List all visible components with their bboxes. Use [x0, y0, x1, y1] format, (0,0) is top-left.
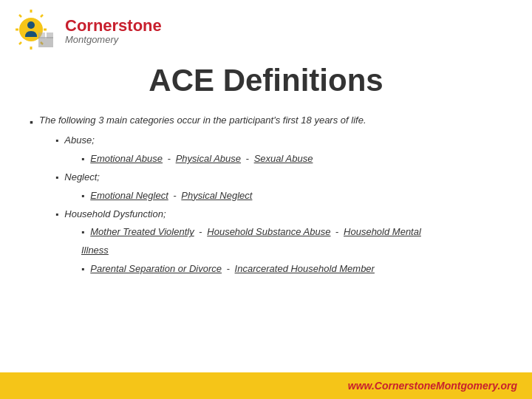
header: Cornerstone Montgomery [0, 0, 532, 59]
footer: www.CornerstoneMontgomery.org [0, 372, 532, 399]
logo-icon [15, 9, 59, 53]
neglect-sub-bullet: ▪ Emotional Neglect - Physical Neglect [22, 188, 510, 204]
sexual-abuse-link: Sexual Abuse [254, 153, 313, 164]
household-bullet: ▪ Household Dysfunction; [22, 207, 510, 222]
neglect-bullet: ▪ Neglect; [22, 170, 510, 185]
bullet-marker-abuse: ▪ [55, 134, 58, 148]
sep5: - [335, 226, 341, 237]
abuse-label: Abuse; [64, 133, 94, 149]
footer-url: www.CornerstoneMontgomery.org [348, 380, 517, 392]
intro-text: The following 3 main categories occur in… [39, 113, 366, 129]
sep4: - [199, 226, 205, 237]
svg-rect-12 [47, 33, 53, 38]
household-sub-bullet-1: ▪ Mother Treated Violently - Household S… [22, 225, 510, 240]
illness-text: Illness [81, 245, 109, 256]
svg-line-6 [41, 15, 43, 17]
abuse-bullet: ▪ Abuse; [22, 133, 510, 149]
illness-wrap: Illness [22, 243, 510, 259]
svg-rect-11 [38, 33, 45, 38]
bullet-marker-1: ▪ [30, 114, 33, 130]
logo-area: Cornerstone Montgomery [15, 9, 162, 53]
slide: Cornerstone Montgomery ACE Definitions ▪… [0, 0, 532, 399]
household-sub-bullet-2: ▪ Parental Separation or Divorce - Incar… [22, 262, 510, 277]
household-links-1: Mother Treated Violently - Household Sub… [90, 225, 421, 240]
bullet-marker-neglect-sub: ▪ [81, 189, 84, 203]
household-links-2: Parental Separation or Divorce - Incarce… [90, 262, 375, 277]
logo-montgomery-text: Montgomery [65, 35, 162, 45]
bullet-marker-household: ▪ [55, 208, 58, 222]
household-label: Household Dysfunction; [64, 207, 166, 222]
neglect-links: Emotional Neglect - Physical Neglect [90, 188, 252, 204]
bullet-marker-abuse-sub: ▪ [81, 152, 84, 166]
svg-line-5 [19, 15, 21, 17]
emotional-neglect-link: Emotional Neglect [90, 190, 168, 201]
household-substance-link: Household Substance Abuse [207, 226, 330, 237]
sep3: - [173, 190, 179, 201]
bullet-marker-household-sub2: ▪ [81, 262, 84, 276]
sep1: - [168, 153, 174, 164]
mother-treated-link: Mother Treated Violently [90, 226, 194, 237]
content-area: ▪ The following 3 main categories occur … [0, 109, 532, 372]
svg-rect-10 [38, 37, 53, 47]
physical-abuse-link: Physical Abuse [176, 153, 241, 164]
bullet-marker-neglect: ▪ [55, 171, 58, 185]
household-mental-link: Household Mental [344, 226, 421, 237]
logo-text: Cornerstone Montgomery [65, 17, 162, 45]
svg-line-7 [19, 42, 21, 44]
sep6: - [227, 263, 233, 274]
abuse-sub-bullet: ▪ Emotional Abuse - Physical Abuse - Sex… [22, 151, 510, 167]
emotional-abuse-link: Emotional Abuse [90, 153, 163, 164]
physical-neglect-link: Physical Neglect [181, 190, 252, 201]
sep2: - [246, 153, 252, 164]
logo-cornerstone-text: Cornerstone [65, 17, 162, 35]
bullet-marker-household-sub1: ▪ [81, 225, 84, 239]
svg-point-9 [27, 21, 35, 29]
parental-separation-link: Parental Separation or Divorce [90, 263, 222, 274]
page-title: ACE Definitions [0, 59, 532, 109]
intro-bullet: ▪ The following 3 main categories occur … [22, 113, 510, 130]
incarcerated-link: Incarcerated Household Member [235, 263, 375, 274]
neglect-label: Neglect; [64, 170, 100, 185]
abuse-links: Emotional Abuse - Physical Abuse - Sexua… [90, 151, 313, 167]
